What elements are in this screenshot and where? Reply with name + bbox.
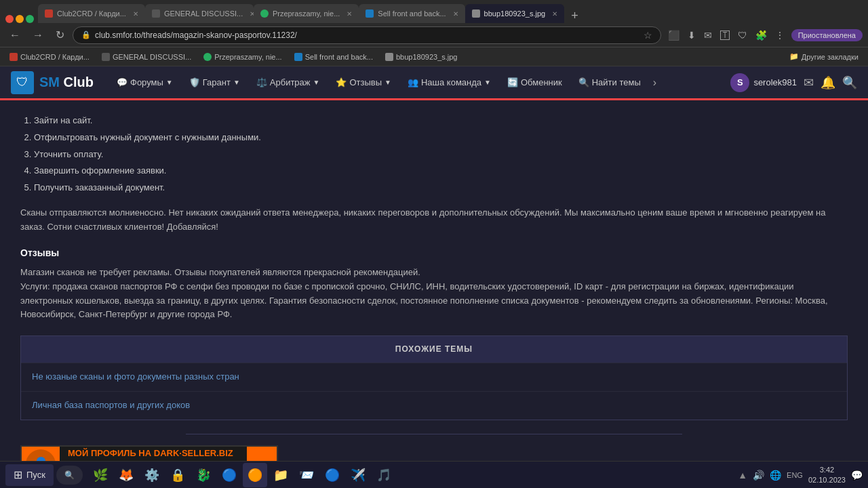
tray-arrow-icon[interactable]: ▲: [738, 470, 747, 481]
profile-button[interactable]: Приостановлена: [791, 29, 863, 41]
bookmark-przepraszamy[interactable]: Przepraszamy, nie...: [199, 52, 285, 62]
taskbar-app-11[interactable]: ✈️: [346, 463, 370, 487]
bookmark-star-icon[interactable]: ☆: [644, 30, 652, 41]
bookmark-label-przepraszamy: Przepraszamy, nie...: [214, 53, 281, 61]
banner-title: МОЙ ПРОФИЛЬ НА DARK·SELLER.BIZ: [68, 447, 239, 461]
taskbar-app-10[interactable]: 🔵: [320, 463, 344, 487]
bookmark-label-club2crd: Club2CRD / Карди...: [20, 53, 90, 61]
tab-favicon-bbup: [472, 9, 480, 18]
speaker-icon[interactable]: 🔊: [753, 470, 764, 481]
similar-topic-1[interactable]: Не юзаные сканы и фото документы разных …: [21, 363, 847, 391]
arbitrage-chevron-icon: ▼: [313, 79, 320, 86]
language-button[interactable]: ENG: [787, 471, 803, 479]
search-button[interactable]: 🔍: [842, 75, 857, 90]
taskbar-app-3[interactable]: ⚙️: [140, 463, 164, 487]
step-2: Отфильтровать нужный документ с нужными …: [34, 131, 848, 145]
nav-team-label: Наша команда: [421, 77, 481, 87]
bookmark-bbup[interactable]: bbup180923_s.jpg: [381, 52, 462, 62]
time-display: 3:42: [808, 465, 846, 474]
nav-more-button[interactable]: ›: [650, 74, 659, 92]
logo-club: Club: [60, 75, 94, 89]
bookmark-favicon-sell: [294, 53, 302, 61]
bookmark-favicon-bbup: [385, 53, 393, 61]
tab-label-przepraszamy: Przepraszamy, nie...: [273, 9, 340, 18]
url-text: club.smfor.to/threads/magazin-skanov-pas…: [95, 30, 639, 40]
taskbar-app-12[interactable]: 🎵: [372, 463, 396, 487]
tab-close-bbup[interactable]: ✕: [552, 10, 557, 18]
tab-sell-front[interactable]: Sell front and back... ✕: [359, 4, 465, 23]
nav-forums[interactable]: 💬 Форумы ▼: [110, 73, 180, 92]
download-button[interactable]: ⬇: [685, 28, 698, 42]
nav-garant[interactable]: 🛡️ Гарант ▼: [182, 73, 247, 92]
tab-label-sell-front: Sell front and back...: [378, 9, 446, 18]
team-icon: 👥: [408, 77, 418, 87]
puzzle-icon[interactable]: 🧩: [753, 28, 770, 42]
lock-icon: 🔒: [81, 30, 91, 39]
taskbar-app-4[interactable]: 🔒: [165, 463, 190, 487]
tab-przepraszamy[interactable]: Przepraszamy, nie... ✕: [254, 4, 359, 23]
bookmarks-folder[interactable]: 📁 Другие закладки: [785, 51, 863, 62]
bookmark-label-bbup: bbup180923_s.jpg: [396, 53, 458, 61]
main-paragraph: Сканы отправляются молниеносно. Нет ника…: [20, 206, 848, 235]
tab-bbup[interactable]: bbup180923_s.jpg ✕: [465, 4, 565, 23]
messages-button[interactable]: ✉: [804, 75, 814, 90]
bookmark-favicon-club2crd: [9, 53, 18, 61]
more-tools-button[interactable]: ⋮: [772, 28, 787, 42]
tab-close-przepraszamy[interactable]: ✕: [347, 10, 352, 18]
translate-icon[interactable]: 🅃: [717, 28, 732, 42]
reviews-section-title: Отзывы: [20, 245, 848, 260]
alerts-button[interactable]: 🔔: [821, 75, 835, 90]
tab-favicon-sell-front: [366, 9, 374, 18]
nav-find-topics[interactable]: 🔍 Найти темы: [572, 73, 648, 92]
nav-team[interactable]: 👥 Наша команда ▼: [401, 73, 498, 92]
bookmark-general[interactable]: GENERAL DISCUSSI...: [98, 52, 195, 62]
taskbar-app-7[interactable]: 🟠: [243, 463, 267, 487]
tab-close-club2crd[interactable]: ✕: [133, 10, 138, 18]
tab-general[interactable]: GENERAL DISCUSSI... ✕: [145, 4, 254, 23]
nav-arbitrage[interactable]: ⚖️ Арбитраж ▼: [250, 73, 327, 92]
nav-arbitrage-label: Арбитраж: [270, 77, 311, 87]
site-header: 🛡 SM Club 💬 Форумы ▼ 🛡️ Гарант ▼ ⚖️ Арби…: [0, 66, 868, 100]
user-profile[interactable]: S serolek981: [730, 73, 797, 92]
garant-icon: 🛡️: [189, 77, 200, 87]
address-bar[interactable]: 🔒 club.smfor.to/threads/magazin-skanov-p…: [73, 26, 661, 44]
taskbar-app-2[interactable]: 🦊: [114, 463, 138, 487]
nav-reviews[interactable]: ⭐ Отзывы ▼: [329, 73, 398, 92]
mail-icon[interactable]: ✉: [701, 28, 715, 42]
tab-close-sell[interactable]: ✕: [453, 10, 458, 18]
new-tab-button[interactable]: +: [567, 9, 583, 23]
taskbar-app-9[interactable]: 📨: [294, 463, 319, 487]
taskbar-app-6[interactable]: 🔵: [217, 463, 241, 487]
user-avatar: S: [730, 73, 749, 92]
nav-exchange[interactable]: 🔄 Обменник: [500, 73, 569, 92]
maximize-window-btn[interactable]: [26, 15, 34, 23]
bookmark-club2crd[interactable]: Club2CRD / Карди...: [5, 52, 94, 62]
taskbar-search[interactable]: 🔍: [56, 466, 83, 485]
taskbar-app-8[interactable]: 📁: [269, 463, 293, 487]
start-button[interactable]: ⊞ Пуск: [5, 464, 54, 486]
reviews-chevron-icon: ▼: [384, 79, 391, 86]
taskbar-app-5[interactable]: 🐉: [191, 463, 216, 487]
reviews-description: Магазин сканов не требует рекламы. Отзыв…: [20, 266, 848, 322]
shield-icon[interactable]: 🛡: [735, 28, 750, 42]
close-window-btn[interactable]: [5, 15, 14, 23]
similar-topic-2[interactable]: Личная база паспортов и других доков: [21, 391, 847, 420]
minimize-window-btn[interactable]: [16, 15, 24, 23]
similar-topics-box: ПОХОЖИЕ ТЕМЫ Не юзаные сканы и фото доку…: [20, 336, 848, 420]
taskbar-app-1[interactable]: 🌿: [88, 463, 113, 487]
bookmark-sell-front[interactable]: Sell front and back...: [290, 52, 377, 62]
folder-icon: 📁: [789, 52, 799, 61]
forward-button[interactable]: →: [28, 28, 47, 43]
logo-area[interactable]: 🛡 SM Club: [11, 71, 94, 94]
nav-items: 💬 Форумы ▼ 🛡️ Гарант ▼ ⚖️ Арбитраж ▼ ⭐ О…: [110, 73, 719, 92]
taskbar-time: 3:42 02.10.2023: [808, 465, 846, 485]
notification-icon[interactable]: 💬: [851, 470, 863, 481]
start-label: Пуск: [26, 470, 45, 480]
step-5: Получить заказанный документ.: [34, 181, 848, 195]
tab-club2crd[interactable]: Club2CRD / Карди... ✕: [38, 4, 145, 23]
extensions-button[interactable]: ⬛: [665, 28, 682, 42]
back-button[interactable]: ←: [5, 28, 24, 43]
step-1: Зайти на сайт.: [34, 114, 848, 128]
network-icon[interactable]: 🌐: [770, 470, 781, 481]
reload-button[interactable]: ↻: [52, 27, 68, 43]
